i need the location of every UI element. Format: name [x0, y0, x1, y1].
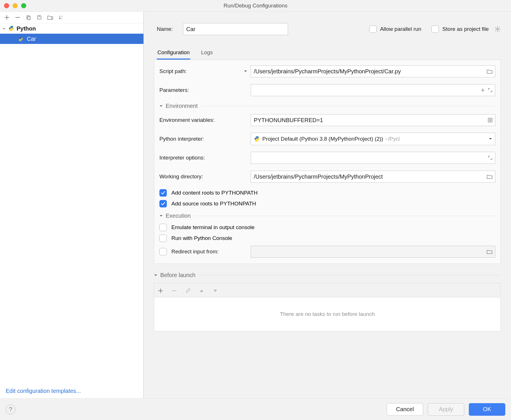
before-launch-empty: There are no tasks to run before launch [154, 297, 501, 331]
cancel-button[interactable]: Cancel [387, 403, 423, 416]
chevron-down-icon [2, 27, 6, 30]
python-icon [254, 136, 260, 142]
remove-task-button[interactable] [171, 287, 178, 294]
run-with-console-checkbox[interactable] [159, 235, 167, 242]
script-path-label: Script path: [159, 68, 187, 74]
environment-section-header[interactable]: Environment [159, 103, 495, 109]
store-as-project-file-checkbox[interactable] [431, 25, 439, 33]
divider [198, 275, 501, 275]
python-interpreter-select[interactable]: Project Default (Python 3.8 (MyPythonPro… [251, 133, 495, 145]
copy-config-button[interactable] [25, 14, 32, 21]
config-group-label: Python [17, 25, 36, 32]
chevron-down-icon [159, 214, 163, 218]
chevron-down-icon [159, 104, 163, 108]
python-interpreter-value: Project Default (Python 3.8 (MyPythonPro… [262, 136, 383, 142]
folder-icon[interactable] [487, 174, 492, 179]
svg-text:z: z [61, 17, 62, 19]
chevron-down-icon [489, 137, 492, 141]
svg-point-6 [12, 30, 13, 31]
chevron-down-icon [154, 274, 157, 277]
add-macro-icon[interactable] [480, 88, 485, 92]
close-window-button[interactable] [4, 3, 9, 8]
expand-icon[interactable] [488, 88, 492, 92]
svg-text:a: a [61, 15, 62, 17]
before-launch-header[interactable]: Before launch [154, 272, 501, 278]
move-task-up-button[interactable] [198, 287, 205, 294]
zoom-window-button[interactable] [21, 3, 26, 8]
save-config-button[interactable] [36, 14, 43, 21]
help-button[interactable]: ? [6, 405, 15, 414]
divider [194, 216, 495, 216]
edit-templates-link[interactable]: Edit configuration templates... [6, 388, 81, 394]
move-task-down-button[interactable] [212, 287, 219, 294]
add-content-roots-checkbox[interactable] [159, 189, 167, 197]
sort-config-button[interactable]: az [58, 14, 64, 21]
configuration-form: Script path: [154, 60, 501, 264]
run-with-console-label: Run with Python Console [171, 235, 232, 241]
add-source-roots-checkbox[interactable] [159, 200, 167, 207]
execution-section-header[interactable]: Execution [159, 213, 495, 219]
folder-icon[interactable] [487, 69, 492, 74]
configurations-sidebar: az Python Car [0, 12, 144, 398]
python-icon [8, 25, 15, 32]
redirect-input-label: Redirect input from: [171, 249, 219, 255]
allow-parallel-run-label: Allow parallel run [380, 26, 421, 32]
window-title: Run/Debug Configurations [0, 3, 511, 9]
parameters-input[interactable] [251, 84, 495, 96]
svg-rect-2 [38, 16, 40, 17]
svg-rect-1 [28, 17, 30, 20]
add-source-roots-label: Add source roots to PYTHONPATH [171, 201, 256, 207]
ok-button[interactable]: OK [469, 403, 505, 416]
allow-parallel-run-checkbox[interactable] [369, 25, 377, 33]
folder-icon[interactable] [487, 249, 492, 254]
script-path-input[interactable] [251, 65, 495, 77]
add-content-roots-label: Add content roots to PYTHONPATH [171, 190, 257, 196]
env-vars-label: Environment variables: [159, 117, 214, 123]
name-label: Name: [157, 26, 173, 32]
python-interpreter-path: ~/Pycl [385, 136, 400, 142]
minimize-window-button[interactable] [13, 3, 18, 8]
script-path-dropdown-icon[interactable] [244, 70, 247, 73]
redirect-input-field[interactable] [251, 246, 495, 258]
name-input[interactable] [183, 23, 288, 35]
svg-point-5 [10, 27, 11, 27]
apply-button[interactable]: Apply [428, 403, 464, 416]
add-config-button[interactable] [3, 14, 10, 21]
working-directory-label: Working directory: [159, 173, 203, 180]
add-task-button[interactable] [157, 287, 164, 294]
tab-logs[interactable]: Logs [200, 47, 213, 60]
emulate-terminal-checkbox[interactable] [159, 224, 167, 231]
folder-config-button[interactable] [47, 14, 54, 21]
titlebar: Run/Debug Configurations [0, 0, 511, 12]
tabs: Configuration Logs [154, 47, 501, 60]
before-launch-toolbar [154, 283, 501, 297]
emulate-terminal-label: Emulate terminal in output console [171, 224, 255, 231]
tab-configuration[interactable]: Configuration [157, 47, 190, 60]
list-icon[interactable] [488, 118, 492, 122]
redirect-input-checkbox[interactable] [159, 248, 167, 255]
window-controls [0, 3, 26, 8]
parameters-label: Parameters: [159, 87, 189, 93]
config-tree: Python Car [0, 23, 143, 388]
interpreter-options-label: Interpreter options: [159, 155, 205, 161]
config-item-label: Car [27, 36, 36, 42]
remove-config-button[interactable] [14, 14, 21, 21]
divider [200, 106, 495, 106]
python-interpreter-label: Python interpreter: [159, 136, 204, 142]
sidebar-toolbar: az [0, 12, 143, 23]
store-as-project-file-label: Store as project file [442, 26, 489, 32]
gear-icon[interactable] [494, 26, 501, 32]
config-group-python[interactable]: Python [0, 23, 143, 34]
python-file-icon [17, 35, 24, 42]
interpreter-options-input[interactable] [251, 152, 495, 164]
expand-icon[interactable] [488, 156, 492, 160]
svg-point-7 [497, 28, 498, 30]
config-item-car[interactable]: Car [0, 34, 143, 44]
env-vars-input[interactable] [251, 114, 495, 126]
working-directory-input[interactable] [251, 171, 495, 183]
edit-task-button[interactable] [184, 287, 191, 294]
configuration-panel: Name: Allow parallel run Store as projec… [144, 12, 511, 398]
dialog-footer: ? Cancel Apply OK [0, 398, 511, 420]
